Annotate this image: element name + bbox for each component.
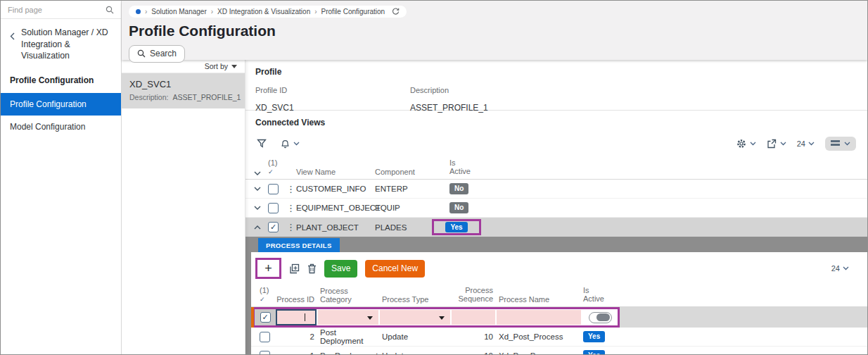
export-icon: [767, 139, 777, 149]
is-active-badge: No: [449, 183, 468, 194]
breadcrumb-profile-configuration[interactable]: Profile Configuration: [321, 8, 385, 15]
sidebar-item-model-configuration[interactable]: Model Configuration: [1, 116, 121, 138]
breadcrumb-separator: ›: [145, 8, 147, 15]
search-icon: [106, 6, 114, 14]
is-active-badge: Yes: [583, 331, 605, 342]
page-size-selector[interactable]: 24: [831, 264, 857, 273]
table-row-equipment-object[interactable]: ⋮ EQUIPMENT_OBJECT EQUIP No: [245, 199, 867, 218]
profile-id-field: Profile ID XD_SVC1: [255, 86, 410, 113]
process-name-input[interactable]: [497, 310, 581, 325]
row-checkbox[interactable]: [260, 351, 270, 355]
find-page-row: [1, 1, 121, 19]
gear-icon: [736, 139, 746, 149]
cancel-new-button[interactable]: Cancel New: [365, 260, 425, 278]
process-id-input[interactable]: [276, 309, 317, 325]
breadcrumb-solution-manager[interactable]: Solution Manager: [151, 8, 206, 15]
is-active-badge: Yes: [445, 222, 467, 233]
sidebar: Solution Manager / XD Integration & Visu…: [1, 1, 122, 354]
description-label: Description:: [129, 93, 168, 101]
breadcrumb-xd-integration[interactable]: XD Integration & Visualization: [217, 8, 310, 15]
list-item-title: XD_SVC1: [129, 79, 237, 89]
page-size-value: 24: [797, 139, 805, 148]
col-process-id: Process ID: [276, 295, 319, 304]
back-chevron-icon[interactable]: [10, 32, 15, 40]
detail-panel: Profile Profile ID XD_SVC1 Description A…: [245, 60, 867, 354]
expand-chevron-icon[interactable]: [251, 187, 268, 192]
export-button[interactable]: [767, 139, 786, 149]
master-list-panel: Sort by XD_SVC1 Description:ASSET_PROFIL…: [122, 60, 245, 354]
component-cell: ENTERP: [375, 185, 449, 193]
new-process-edit-row: ✓: [251, 307, 867, 328]
collapse-all-chevron-icon[interactable]: [251, 171, 268, 176]
row-checkbox[interactable]: [268, 203, 279, 213]
process-details-tab-strip: PROCESS DETAILS: [245, 237, 867, 252]
text-cursor: [305, 313, 305, 321]
content-area: Sort by XD_SVC1 Description:ASSET_PROFIL…: [122, 60, 867, 354]
table-view-icon: [831, 140, 840, 147]
process-category-select[interactable]: [318, 310, 378, 325]
table-row-customer-info[interactable]: ⋮ CUSTOMER_INFO ENTERP No: [245, 180, 867, 199]
sidebar-item-profile-configuration[interactable]: Profile Configuration: [1, 93, 121, 116]
search-button[interactable]: Search: [129, 45, 185, 63]
process-type-select[interactable]: [380, 310, 450, 325]
status-dot: [136, 9, 141, 14]
process-row-post-deployment[interactable]: 2 Post Deployment Update 10 Xd_Post_Proc…: [251, 328, 867, 347]
trash-icon: [307, 263, 317, 274]
find-page-input[interactable]: [8, 6, 101, 14]
col-process-category: Process Category: [319, 287, 381, 304]
edit-row-highlight-box: ✓: [253, 307, 620, 328]
profile-section-title: Profile: [255, 67, 857, 77]
col-is-active: Is Active: [583, 286, 618, 304]
filter-button[interactable]: [257, 139, 267, 149]
process-details-panel: + Sav: [245, 252, 867, 355]
row-checkbox-checked[interactable]: ✓: [268, 222, 279, 232]
dropdown-arrow-icon: [367, 316, 373, 320]
app-window: Solution Manager / XD Integration & Visu…: [0, 0, 868, 355]
col-view-name: View Name: [296, 168, 375, 176]
is-active-toggle[interactable]: [589, 312, 612, 323]
col-component: Component: [375, 168, 449, 176]
profile-section: Profile Profile ID XD_SVC1 Description A…: [245, 60, 867, 111]
alerts-button[interactable]: [281, 139, 300, 149]
save-button[interactable]: Save: [324, 260, 357, 278]
view-name-cell: CUSTOMER_INFO: [296, 185, 375, 193]
check-icon: ✓: [270, 223, 276, 232]
settings-button[interactable]: [736, 139, 756, 149]
page-header: › Solution Manager › XD Integration & Vi…: [122, 1, 867, 60]
row-checkbox[interactable]: [260, 332, 270, 342]
breadcrumb: › Solution Manager › XD Integration & Vi…: [129, 6, 407, 18]
profile-description-field: Description ASSET_PROFILE_1: [410, 86, 857, 113]
check-icon: ✓: [260, 296, 265, 303]
collapse-chevron-icon[interactable]: [251, 225, 268, 230]
row-menu-kebab-icon[interactable]: ⋮: [286, 204, 296, 213]
connected-views-table-header: (1) ✓ View Name Component Is Active: [245, 157, 867, 180]
tab-process-details[interactable]: PROCESS DETAILS: [258, 238, 340, 252]
col-is-active: Is Active: [449, 158, 510, 176]
chevron-down-icon: [293, 142, 300, 146]
row-checkbox[interactable]: [268, 184, 279, 194]
profile-id-label: Profile ID: [255, 86, 410, 94]
page-size-selector[interactable]: 24: [797, 139, 815, 148]
table-row-plant-object[interactable]: ✓ ⋮ PLANT_OBJECT PLADES Yes: [245, 218, 867, 237]
refresh-icon[interactable]: [392, 8, 400, 15]
expand-chevron-icon[interactable]: [251, 206, 268, 211]
row-checkbox-checked[interactable]: ✓: [260, 312, 271, 323]
chevron-down-icon: [231, 65, 237, 68]
process-id-cell: 2: [276, 332, 319, 341]
process-sequence-cell: 10: [452, 332, 497, 341]
process-details-toolbar: + Sav: [251, 252, 867, 285]
process-row-pre-deployment[interactable]: 1 Pre Deployment Update 10 Xd_Pre_Proces…: [251, 347, 867, 355]
duplicate-row-button[interactable]: [289, 263, 300, 274]
filter-funnel-icon: [257, 139, 267, 149]
row-menu-kebab-icon[interactable]: ⋮: [286, 223, 296, 232]
view-toggle-button[interactable]: [825, 137, 856, 151]
delete-row-button[interactable]: [307, 263, 317, 274]
process-type-cell: Update: [381, 332, 452, 341]
process-sequence-input[interactable]: [452, 310, 495, 325]
toggle-knob: [596, 313, 610, 321]
process-table-header: (1) ✓ Process ID Process Category Proces…: [251, 285, 867, 307]
list-item-xd-svc1[interactable]: XD_SVC1 Description:ASSET_PROFILE_1: [122, 73, 245, 108]
row-menu-kebab-icon[interactable]: ⋮: [286, 185, 296, 194]
connected-views-section: Connected Views: [245, 111, 867, 355]
add-row-button[interactable]: +: [264, 262, 272, 275]
